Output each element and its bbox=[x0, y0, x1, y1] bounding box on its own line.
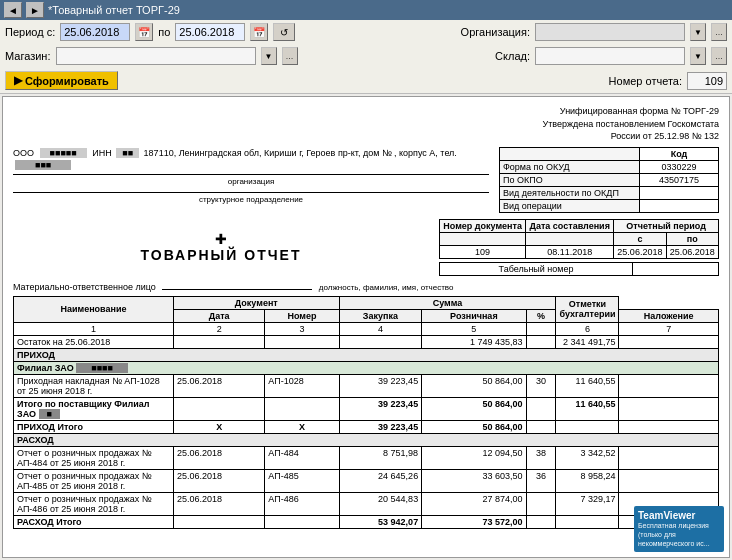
table-row: Филиал ЗАО ■■■■ bbox=[14, 361, 719, 374]
shop-dropdown-button[interactable]: ▼ bbox=[261, 47, 277, 65]
table-row: Отчет о розничных продажах № АП-485 от 2… bbox=[14, 469, 719, 492]
row-num: АП-485 bbox=[265, 469, 339, 492]
cal-from-button[interactable]: 📅 bbox=[135, 23, 153, 41]
period-from-header bbox=[440, 232, 526, 245]
cal-to-button[interactable]: 📅 bbox=[250, 23, 268, 41]
report-period-header: Отчетный период bbox=[614, 219, 719, 232]
col-retail-header: Розничная bbox=[422, 309, 526, 322]
responsible-label: Материально-ответственное лицо bbox=[13, 282, 156, 292]
warehouse-input[interactable]: Основной склад bbox=[535, 47, 685, 65]
org-info: ООО ■■■■■ ИНН ■■ 187110, Ленинградская о… bbox=[13, 147, 719, 213]
refresh-button[interactable]: ↺ bbox=[273, 23, 295, 41]
row-purchase: 24 645,26 bbox=[339, 469, 422, 492]
period-po-header: по bbox=[666, 232, 718, 245]
section-name: РАСХОД bbox=[14, 433, 719, 446]
col-num-6 bbox=[526, 322, 556, 335]
form-button[interactable]: ▶ Сформировать bbox=[5, 71, 118, 90]
table-row: Остаток на 25.06.2018 1 749 435,83 2 341… bbox=[14, 335, 719, 348]
warehouse-dropdown-button[interactable]: ▼ bbox=[690, 47, 706, 65]
col-num-1: 1 bbox=[14, 322, 174, 335]
col-sum-header: Сумма bbox=[339, 296, 556, 309]
row-date bbox=[174, 397, 265, 420]
row-notes bbox=[619, 335, 719, 348]
row-date bbox=[174, 515, 265, 528]
supplier-name: Филиал ЗАО ■■■■ bbox=[14, 361, 719, 374]
row-nalog: 8 958,24 bbox=[556, 469, 619, 492]
compose-date-header: Дата составления bbox=[526, 219, 614, 232]
table-row: ПРИХОД bbox=[14, 348, 719, 361]
row-num: АП-486 bbox=[265, 492, 339, 515]
main-window: ◄ ► *Товарный отчет ТОРГ-29 Период с: 📅 … bbox=[0, 0, 732, 560]
row-notes bbox=[619, 469, 719, 492]
row-purchase: 8 751,98 bbox=[339, 446, 422, 469]
row-name: Приходная накладная № АП-1028 от 25 июня… bbox=[14, 374, 174, 397]
row-retail: 50 864,00 bbox=[422, 397, 526, 420]
row-date: 25.06.2018 bbox=[174, 374, 265, 397]
org-label-text: организация bbox=[228, 177, 274, 186]
row-num bbox=[265, 335, 339, 348]
table-row: Отчет о розничных продажах № АП-484 от 2… bbox=[14, 446, 719, 469]
row-nalog bbox=[556, 420, 619, 433]
table-row: РАСХОД bbox=[14, 433, 719, 446]
org-dropdown-button[interactable]: ▼ bbox=[690, 23, 706, 41]
report-num-input[interactable] bbox=[687, 72, 727, 90]
col-name-header: Наименование bbox=[14, 296, 174, 322]
compose-date-value: 08.11.2018 bbox=[526, 245, 614, 258]
doc-main-title: ✚ ТОВАРНЫЙ ОТЧЕТ bbox=[13, 231, 429, 263]
org-extra-button[interactable]: … bbox=[711, 23, 727, 41]
date-to-input[interactable] bbox=[175, 23, 245, 41]
cross-icon: ✚ bbox=[215, 231, 227, 247]
org-input[interactable] bbox=[535, 23, 685, 41]
col-doc-header: Документ bbox=[174, 296, 340, 309]
tv-logo: TeamViewer bbox=[638, 510, 720, 521]
forward-button[interactable]: ► bbox=[26, 2, 44, 18]
period-to-value: 25.06.2018 bbox=[666, 245, 718, 258]
org-inn: ИНН bbox=[92, 148, 111, 158]
warehouse-extra-button[interactable]: … bbox=[711, 47, 727, 65]
row-num: X bbox=[265, 420, 339, 433]
tab-num-table: Табельный номер bbox=[439, 262, 719, 276]
row-nalog bbox=[556, 515, 619, 528]
row-percent bbox=[526, 420, 556, 433]
doc-num-header: Номер документа bbox=[440, 219, 526, 232]
okpo-value: 43507175 bbox=[640, 173, 719, 186]
row-percent: 30 bbox=[526, 374, 556, 397]
shop-input[interactable] bbox=[56, 47, 256, 65]
section-name: ПРИХОД bbox=[14, 348, 719, 361]
kod-header: Код bbox=[640, 147, 719, 160]
col-nalog-header: Наложение bbox=[619, 309, 719, 322]
row-notes bbox=[619, 397, 719, 420]
row-retail: 1 749 435,83 bbox=[422, 335, 526, 348]
row-num: АП-1028 bbox=[265, 374, 339, 397]
row-date: X bbox=[174, 420, 265, 433]
table-row: РАСХОД Итого 53 942,07 73 572,00 bbox=[14, 515, 719, 528]
org-name-prefix: ООО bbox=[13, 148, 34, 158]
col-num-header: Номер bbox=[265, 309, 339, 322]
date-from-input[interactable] bbox=[60, 23, 130, 41]
period-empty bbox=[526, 232, 614, 245]
row-purchase: 53 942,07 bbox=[339, 515, 422, 528]
row-name: Отчет о розничных продажах № АП-486 от 2… bbox=[14, 492, 174, 515]
okpo-label: По ОКПО bbox=[500, 173, 640, 186]
title-bar-left: ◄ ► *Товарный отчет ТОРГ-29 bbox=[4, 2, 180, 18]
position-label: должность, фамилия, имя, отчество bbox=[319, 283, 454, 292]
activity-value bbox=[640, 186, 719, 199]
org-name-line: ООО ■■■■■ ИНН ■■ 187110, Ленинградская о… bbox=[13, 147, 489, 172]
content-area[interactable]: Унифицированная форма № ТОРГ-29 Утвержде… bbox=[2, 96, 730, 558]
shop-extra-button[interactable]: … bbox=[282, 47, 298, 65]
unified-form-text: Унифицированная форма № ТОРГ-29 bbox=[13, 105, 719, 118]
row-nalog: 11 640,55 bbox=[556, 374, 619, 397]
col-num-8: 7 bbox=[619, 322, 719, 335]
subdivision-label: структурное подразделение bbox=[199, 195, 303, 204]
okud-value: 0330229 bbox=[640, 160, 719, 173]
row-percent: 38 bbox=[526, 446, 556, 469]
period-c-header: с bbox=[614, 232, 666, 245]
responsible-line: Материально-ответственное лицо должность… bbox=[13, 282, 719, 292]
back-button[interactable]: ◄ bbox=[4, 2, 22, 18]
row-purchase: 39 223,45 bbox=[339, 420, 422, 433]
table-row: ПРИХОД Итого X X 39 223,45 50 864,00 bbox=[14, 420, 719, 433]
row-percent bbox=[526, 515, 556, 528]
to-label: по bbox=[158, 26, 170, 38]
row-nalog: 3 342,52 bbox=[556, 446, 619, 469]
tv-line2: (только для некоммерческого ис... bbox=[638, 530, 720, 548]
